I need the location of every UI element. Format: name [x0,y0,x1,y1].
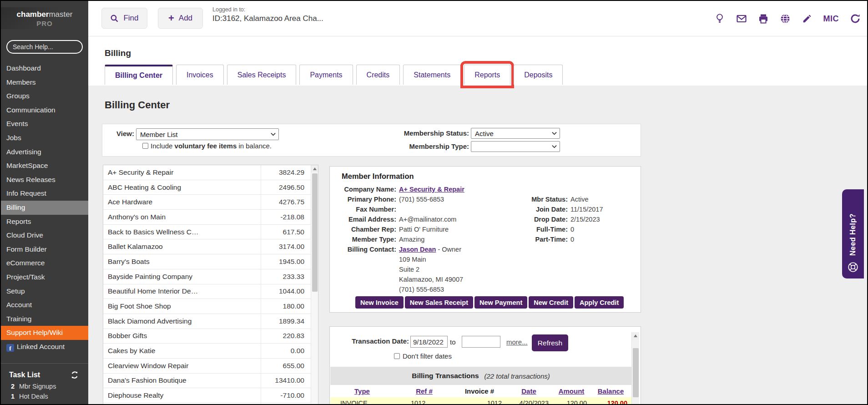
include-voluntary-checkbox[interactable] [142,143,148,149]
tab[interactable]: Statements [403,65,461,85]
sidebar-item[interactable]: Setup [1,284,88,299]
refresh-icon[interactable] [850,13,861,24]
member-balance: 13410.00 [261,374,318,388]
member-row[interactable]: Barry's Boats 1945.00 [103,254,318,269]
globe-icon[interactable] [780,13,791,24]
sidebar-item[interactable]: Events [1,117,88,131]
find-button[interactable]: Find [101,8,147,29]
sidebar-item[interactable]: MarketSpace [1,159,88,173]
envelope-icon[interactable] [736,13,747,24]
sidebar-item[interactable]: Groups [1,89,88,103]
tab-label: Credits [367,71,390,79]
tab[interactable]: Invoices [176,65,224,85]
sidebar-item[interactable]: Jobs [1,131,88,145]
sidebar-item[interactable]: Communication [1,103,88,117]
sidebar-item[interactable]: Form Builder [1,243,88,257]
transaction-row[interactable]: INVOICE101210124/20/2023120.00120.00 [330,397,631,405]
action-button[interactable]: New Payment [474,296,527,309]
member-row[interactable]: Back to Basics Wellness C… 617.50 [103,225,318,240]
info-value-text: Jason Dean [399,246,436,253]
lightbulb-icon[interactable] [714,13,725,24]
member-row[interactable]: Dietrich Farms 4405.96 [103,403,318,405]
task-refresh-icon[interactable] [69,370,80,380]
tab[interactable]: Billing Center [105,65,173,85]
scrollbar-thumb[interactable] [312,173,318,292]
sidebar-item[interactable]: Cloud Drive [1,228,88,243]
search-help-input[interactable] [6,40,83,54]
scroll-up-arrow[interactable] [632,332,639,339]
sidebar-item[interactable]: News Releases [1,173,88,187]
member-row[interactable]: Diephouse Realty -710.00 [103,388,318,403]
sidebar-item[interactable]: Support Help/Wiki [1,326,88,340]
sidebar-item[interactable]: Dashboard [1,61,88,76]
column-header[interactable]: Invoice # [454,387,505,395]
transaction-cell: 4/20/2023 [505,400,553,405]
member-row[interactable]: A+ Security & Repair 3824.29 [103,165,318,180]
sidebar-item[interactable]: Advertising [1,145,88,159]
brand-logo: chambermaster PRO [1,7,88,29]
sidebar-item[interactable]: Members [1,76,88,90]
member-list-scrollbar[interactable] [311,165,318,405]
printer-icon[interactable] [758,13,769,24]
sidebar-item[interactable]: fLinked Account [1,340,88,354]
tab[interactable]: Deposits [514,65,563,85]
sidebar-item[interactable]: Billing [1,201,88,215]
chevron-down-icon [271,132,276,136]
column-header[interactable]: Date [505,387,553,395]
member-row[interactable]: Beautiful Home Interior De… 1044.00 [103,284,318,299]
mic-menu[interactable]: MIC [823,14,839,24]
chevron-down-icon [552,132,557,135]
member-row[interactable]: Dana's Fashion Boutique 13410.00 [103,374,318,389]
action-button[interactable]: New Invoice [355,296,404,309]
member-row[interactable]: Bayside Painting Company 233.33 [103,269,318,284]
member-row[interactable]: ABC Heating & Cooling 2496.50 [103,180,318,195]
info-value-text: Suite 2 [399,266,419,273]
task-item[interactable]: 2 Mbr Signups [1,381,88,391]
tab[interactable]: Credits [356,65,400,85]
column-header[interactable]: Ref # [394,387,454,395]
tab[interactable]: Reports [464,65,510,85]
member-row[interactable]: Anthony's on Main -218.08 [103,210,318,225]
scroll-up-arrow[interactable] [311,165,318,172]
member-name: Beautiful Home Interior De… [103,287,261,295]
action-button[interactable]: New Sales Receipt [405,296,473,309]
member-info-panel: Member Information Company Name: A+ Secu… [329,166,641,313]
sidebar-item[interactable]: Account [1,298,88,312]
member-row[interactable]: Ballet Kalamazoo 3174.00 [103,239,318,254]
sidebar-item[interactable]: Project/Task [1,270,88,284]
view-select[interactable]: Member List [136,128,279,140]
sidebar-item[interactable]: Info Request [1,187,88,201]
action-button[interactable]: Apply Credit [575,296,624,309]
membership-type-select[interactable] [471,141,560,152]
date-to-input[interactable] [462,336,500,348]
refresh-button[interactable]: Refresh [532,334,568,351]
member-row[interactable]: Clearview Window Repair 655.00 [103,359,318,374]
tab[interactable]: Payments [299,65,353,85]
tab[interactable]: Sales Receipts [227,65,297,85]
member-row[interactable]: Bobber Gifts 220.83 [103,329,318,344]
scrollbar-thumb[interactable] [633,348,639,397]
dont-filter-dates-checkbox[interactable] [394,353,400,359]
date-from-input[interactable] [410,336,448,348]
member-row[interactable]: Black Diamond Advertising 1899.34 [103,314,318,329]
sidebar-item[interactable]: Training [1,312,88,326]
sidebar-item[interactable]: eCommerce [1,256,88,270]
member-row[interactable]: Big Foot Shoe Shop 180.00 [103,299,318,314]
column-header[interactable]: Amount [553,387,590,395]
pencil-icon[interactable] [802,13,812,24]
need-help-tab[interactable]: Need Help? [842,189,864,278]
info-value: 0 [570,226,574,233]
add-button[interactable]: + Add [158,8,203,29]
column-header[interactable]: Balance [590,387,632,395]
sidebar-item[interactable]: Reports [1,215,88,229]
task-item[interactable]: 1 Hot Deals [1,391,88,401]
column-header[interactable]: Type [330,387,394,395]
action-button[interactable]: New Credit [529,296,573,309]
help-buoy-icon [847,261,859,273]
transactions-scrollbar[interactable] [631,332,639,405]
member-row[interactable]: Ace Hardware 4276.75 [103,195,318,210]
more-link[interactable]: more... [506,338,528,346]
membership-status-select[interactable]: Active [471,128,560,139]
member-row[interactable]: Cakes by Katie 0.00 [103,344,318,359]
member-name: Ballet Kalamazoo [103,243,261,251]
